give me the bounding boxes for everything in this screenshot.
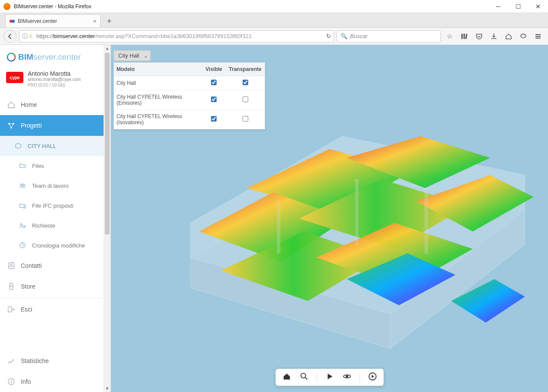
- page-content: BIMserver.center cype Antonio Marotta an…: [0, 45, 548, 392]
- browser-tab[interactable]: BIMserver.center ×: [5, 14, 101, 27]
- layer-name: City Hall CYPETEL Wireless (Isovalores): [114, 110, 202, 129]
- nav-info[interactable]: Info: [0, 371, 104, 392]
- view-zoom-button[interactable]: [299, 372, 309, 383]
- new-tab-button[interactable]: +: [103, 15, 115, 27]
- window-title: BIMserver.center - Mozilla Firefox: [14, 3, 488, 10]
- layer-visible-checkbox[interactable]: [211, 80, 217, 85]
- col-visible: Visible: [202, 63, 226, 76]
- view-orbit-button[interactable]: [342, 372, 352, 383]
- url-scheme: https://: [36, 33, 53, 39]
- nav-requests-label: Richieste: [32, 222, 55, 229]
- nav-project-cityhall[interactable]: CITY HALL: [0, 136, 104, 156]
- nav-projects-label: Progetti: [21, 122, 42, 129]
- nav-home[interactable]: Home: [0, 94, 104, 115]
- tab-label: BIMserver.center: [18, 18, 57, 24]
- cube-icon: [14, 142, 23, 150]
- window-maximize-button[interactable]: ☐: [508, 0, 528, 13]
- nav-ifc-label: File IFC proposti: [32, 202, 73, 209]
- nav-stats[interactable]: Statistiche: [0, 350, 104, 371]
- view-play-button[interactable]: [325, 372, 334, 383]
- brand-mark-icon: [6, 52, 16, 62]
- svg-rect-2: [461, 34, 463, 39]
- site-identity-icon[interactable]: ⓘ⚠: [22, 32, 34, 40]
- nav-team[interactable]: Team di lavoro: [0, 176, 104, 196]
- layer-visible-checkbox[interactable]: [211, 116, 217, 122]
- nav-requests[interactable]: Richieste: [0, 215, 104, 235]
- layers-panel: Modelo Visible Transparente City HallCit…: [113, 62, 265, 129]
- nav-history-label: Cronologia modifiche: [32, 242, 85, 249]
- exit-icon: [7, 305, 16, 314]
- window-minimize-button[interactable]: ─: [488, 0, 508, 13]
- nav-project-label: CITY HALL: [28, 143, 56, 149]
- search-icon: 🔍: [340, 33, 347, 39]
- view-record-button[interactable]: [368, 372, 377, 383]
- layer-name: City Hall CYPETEL Wireless (Emisores): [114, 90, 202, 109]
- svg-rect-4: [465, 33, 467, 39]
- menu-button[interactable]: [532, 30, 545, 43]
- model-selector-label: City Hall: [118, 52, 139, 59]
- nav-info-label: Info: [21, 378, 31, 385]
- svg-rect-39: [277, 201, 280, 253]
- svg-point-24: [11, 380, 12, 381]
- view-toolbar: [276, 369, 384, 386]
- nav-store[interactable]: Store: [0, 276, 104, 297]
- svg-point-21: [10, 264, 12, 266]
- svg-point-43: [346, 375, 348, 378]
- nav-contacts[interactable]: Contatti: [0, 255, 104, 276]
- pocket-button[interactable]: [473, 30, 486, 43]
- back-button[interactable]: [3, 30, 16, 43]
- nav-history[interactable]: Cronologia modifiche: [0, 235, 104, 255]
- brand-rest: server.center: [33, 52, 81, 61]
- svg-point-17: [20, 224, 22, 225]
- folder-icon: [18, 162, 27, 170]
- home-button[interactable]: [502, 30, 515, 43]
- brand-logo[interactable]: BIMserver.center: [0, 45, 104, 66]
- nav-files[interactable]: Files: [0, 156, 104, 176]
- search-field[interactable]: 🔍 Buscar: [337, 30, 441, 42]
- layer-visible-checkbox[interactable]: [211, 96, 217, 102]
- svg-point-14: [20, 184, 22, 186]
- projects-icon: [7, 121, 16, 130]
- bookmark-star-button[interactable]: ☆: [443, 30, 456, 43]
- reload-button[interactable]: ↻: [326, 33, 331, 39]
- view-home-button[interactable]: [282, 372, 292, 383]
- downloads-button[interactable]: [487, 30, 500, 43]
- viewport-3d[interactable]: City Hall ⌄ Modelo Visible Transparente …: [111, 45, 548, 392]
- firefox-icon: [3, 3, 10, 10]
- layer-trans-checkbox[interactable]: [243, 116, 248, 122]
- scroll-thumb[interactable]: [105, 53, 110, 235]
- model-selector-dropdown[interactable]: City Hall ⌄: [113, 50, 151, 61]
- url-host: bimserver.center: [53, 33, 95, 39]
- nav-ifc[interactable]: File IFC proposti: [0, 196, 104, 215]
- nav-projects[interactable]: Progetti: [0, 115, 104, 136]
- nav-store-label: Store: [21, 283, 35, 290]
- nav-exit[interactable]: Esci: [0, 299, 104, 320]
- library-button[interactable]: [458, 30, 471, 43]
- col-trans: Transparente: [226, 63, 265, 76]
- search-placeholder: Buscar: [350, 33, 367, 39]
- scroll-down-icon[interactable]: ▼: [104, 385, 110, 392]
- layer-trans-checkbox[interactable]: [243, 96, 248, 102]
- window-close-button[interactable]: ✕: [528, 0, 548, 13]
- chat-button[interactable]: [517, 30, 530, 43]
- home-icon: [7, 100, 16, 109]
- folder-plus-icon: [18, 202, 27, 209]
- stats-icon: [7, 357, 16, 365]
- svg-rect-40: [356, 180, 358, 244]
- url-field[interactable]: ⓘ⚠ https://bimserver.center/remote.asp?X…: [19, 30, 334, 42]
- svg-point-1: [12, 19, 15, 22]
- sidebar-scrollbar[interactable]: ▲ ▼: [104, 45, 111, 392]
- user-name: Antonio Marotta: [28, 70, 81, 77]
- nav-files-label: Files: [32, 163, 44, 169]
- user-plan: PRO (0.01 / 10 Gb): [28, 83, 81, 87]
- tab-strip: BIMserver.center × +: [0, 13, 548, 28]
- nav-contacts-label: Contatti: [21, 262, 42, 269]
- user-email: antonio.marotta@cype.com: [28, 77, 81, 82]
- user-block[interactable]: cype Antonio Marotta antonio.marotta@cyp…: [0, 66, 104, 94]
- scroll-up-icon[interactable]: ▲: [104, 45, 110, 52]
- svg-rect-3: [464, 34, 465, 39]
- layer-trans-checkbox[interactable]: [243, 80, 248, 85]
- col-modelo: Modelo: [114, 63, 202, 76]
- tab-close-icon[interactable]: ×: [93, 18, 97, 25]
- store-icon: [7, 282, 16, 291]
